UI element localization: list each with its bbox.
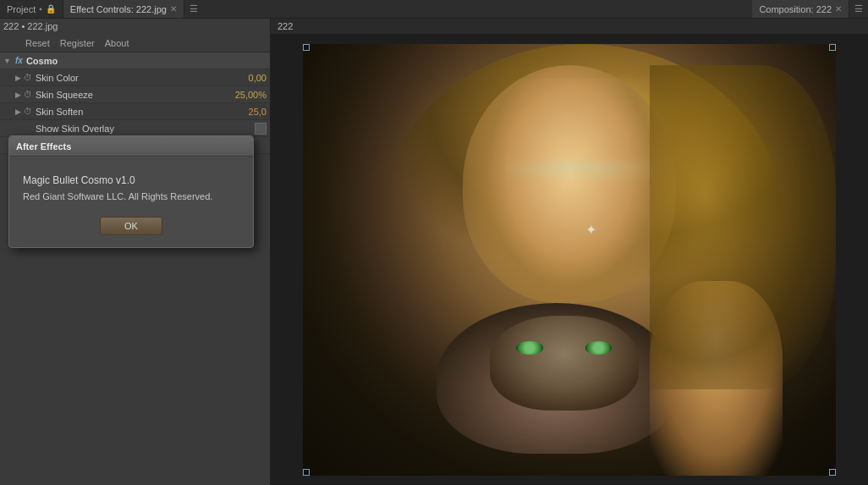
right-panel: 222 xyxy=(271,19,868,485)
handle-bottom-left[interactable] xyxy=(303,469,310,476)
prop-show-skin-overlay: Show Skin Overlay xyxy=(0,120,270,137)
skin-squeeze-label: Skin Squeeze xyxy=(36,90,220,100)
breadcrumb-text: 222 • 222.jpg xyxy=(3,21,58,31)
tab-effect-controls[interactable]: Effect Controls: 222.jpg ✕ xyxy=(63,0,184,18)
tab-project-icon: ▪ xyxy=(39,4,42,14)
cosmo-title: Cosmo xyxy=(26,56,266,66)
register-button[interactable]: Register xyxy=(58,38,96,48)
skin-soften-label: Skin Soften xyxy=(36,107,220,117)
about-dialog: After Effects Magic Bullet Cosmo v1.0 Re… xyxy=(8,135,254,248)
prop-skin-squeeze: ▶ ⏱ Skin Squeeze 25,00% xyxy=(0,86,270,103)
breadcrumb: 222 • 222.jpg xyxy=(0,19,270,34)
skin-color-stopwatch[interactable]: ⏱ xyxy=(24,73,36,82)
cosmo-expand-arrow[interactable]: ▼ xyxy=(3,57,12,65)
reset-button[interactable]: Reset xyxy=(24,38,52,48)
tab-composition[interactable]: Composition: 222 ✕ xyxy=(752,0,849,18)
crosshair: ✦ xyxy=(585,221,596,237)
top-bar: Project ▪ 🔒 Effect Controls: 222.jpg ✕ ☰… xyxy=(0,0,868,19)
dialog-product-name: Magic Bullet Cosmo v1.0 xyxy=(23,172,239,189)
dialog-footer: OK xyxy=(9,217,253,247)
skin-color-arrow[interactable]: ▶ xyxy=(15,74,24,82)
comp-panel-menu[interactable]: ☰ xyxy=(849,3,868,14)
comp-view: ✦ xyxy=(271,34,868,485)
tab-project[interactable]: Project ▪ 🔒 xyxy=(0,0,63,18)
handle-top-right[interactable] xyxy=(829,44,836,51)
prop-skin-soften: ▶ ⏱ Skin Soften 25,0 xyxy=(0,103,270,120)
skin-color-value[interactable]: 0,00 xyxy=(220,73,266,83)
skin-soften-arrow[interactable]: ▶ xyxy=(15,107,24,116)
cosmo-header: ▼ fx Cosmo xyxy=(0,52,270,69)
tab-effect-controls-label: Effect Controls: 222.jpg xyxy=(70,4,167,14)
skin-squeeze-arrow[interactable]: ▶ xyxy=(15,91,24,99)
dialog-title: After Effects xyxy=(16,141,71,152)
dialog-titlebar: After Effects xyxy=(9,136,253,157)
main-layout: 222 • 222.jpg Reset Register About ▼ fx … xyxy=(0,19,868,485)
comp-breadcrumb-text: 222 xyxy=(277,21,293,31)
skin-squeeze-stopwatch[interactable]: ⏱ xyxy=(24,90,36,99)
show-skin-overlay-label: Show Skin Overlay xyxy=(36,124,255,134)
left-panel: 222 • 222.jpg Reset Register About ▼ fx … xyxy=(0,19,271,485)
dialog-copyright: Red Giant Software LLC. All Rights Reser… xyxy=(23,189,239,205)
about-button[interactable]: About xyxy=(103,38,131,48)
dialog-ok-button[interactable]: OK xyxy=(100,217,162,235)
fx-badge: fx xyxy=(15,56,23,65)
tab-composition-close[interactable]: ✕ xyxy=(835,4,842,14)
tab-project-lock: 🔒 xyxy=(46,4,56,14)
handle-bottom-right[interactable] xyxy=(829,469,836,476)
dialog-content: Magic Bullet Cosmo v1.0 Red Giant Softwa… xyxy=(9,157,253,217)
panel-menu-button[interactable]: ☰ xyxy=(184,0,203,18)
skin-squeeze-value[interactable]: 25,00% xyxy=(220,90,266,100)
fx-header: Reset Register About xyxy=(0,34,270,52)
prop-skin-color: ▶ ⏱ Skin Color 0,00 xyxy=(0,69,270,86)
handle-top-left[interactable] xyxy=(303,44,310,51)
comp-breadcrumb: 222 xyxy=(271,19,868,34)
skin-soften-stopwatch[interactable]: ⏱ xyxy=(24,107,36,116)
composition-canvas: ✦ xyxy=(303,44,836,476)
portrait-background: ✦ xyxy=(303,44,836,476)
skin-color-label: Skin Color xyxy=(36,73,220,83)
tab-project-label: Project xyxy=(7,4,36,14)
tab-effect-controls-close[interactable]: ✕ xyxy=(170,4,177,14)
skin-soften-value[interactable]: 25,0 xyxy=(220,107,266,117)
tab-composition-label: Composition: 222 xyxy=(759,4,832,14)
show-skin-overlay-checkbox[interactable] xyxy=(255,123,266,135)
